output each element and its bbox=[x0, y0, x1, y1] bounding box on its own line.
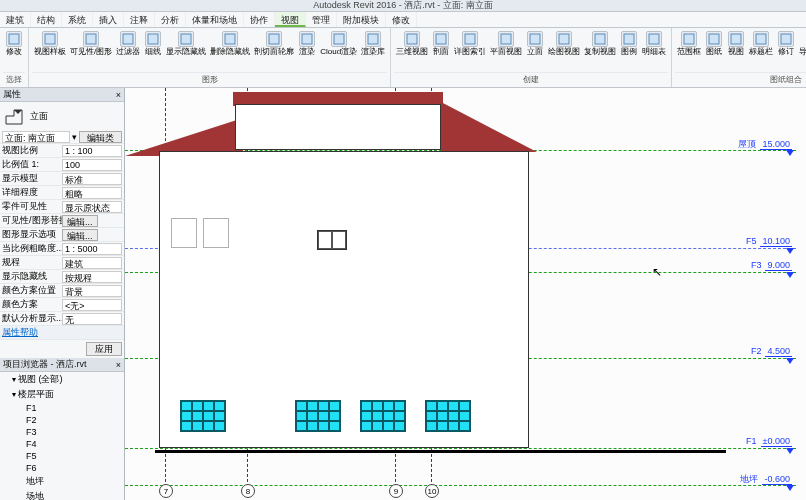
prop-value[interactable]: 按规程 bbox=[62, 271, 122, 283]
tree-item[interactable]: 视图 (全部) bbox=[0, 372, 124, 387]
type-selector-row[interactable]: 立面: 南立面 ▾ 编辑类型 bbox=[0, 130, 124, 144]
ribbon-button[interactable]: 平面视图 bbox=[488, 30, 524, 57]
level-name: F5 bbox=[746, 236, 757, 246]
level-line[interactable] bbox=[125, 448, 796, 449]
tree-item[interactable]: F3 bbox=[0, 426, 124, 438]
drawing-canvas[interactable]: ↖ 屋顶15.000F510.100F39.000F24.500F1±0.000… bbox=[125, 88, 806, 500]
ribbon-button[interactable]: 视图 bbox=[725, 30, 747, 57]
menu-tab[interactable]: 附加模块 bbox=[337, 12, 386, 27]
ribbon-button[interactable]: 复制视图 bbox=[582, 30, 618, 57]
ribbon-button[interactable]: 过滤器 bbox=[114, 30, 142, 57]
grid-bubble[interactable]: 7 bbox=[159, 484, 173, 498]
prop-value[interactable]: 1 : 5000 bbox=[62, 243, 122, 255]
prop-value[interactable]: 建筑 bbox=[62, 257, 122, 269]
prop-row[interactable]: 视图比例1 : 100 bbox=[0, 144, 124, 158]
tree-item[interactable]: 场地 bbox=[0, 489, 124, 500]
svg-rect-10 bbox=[368, 34, 378, 44]
prop-label: 可见性/图形替换 bbox=[2, 214, 62, 227]
ribbon-button[interactable]: 三维视图 bbox=[394, 30, 430, 57]
ribbon-button[interactable]: Cloud渲染 bbox=[318, 30, 359, 57]
ribbon-button[interactable]: 范围框 bbox=[675, 30, 703, 57]
ribbon-button[interactable]: 修改 bbox=[3, 30, 25, 57]
ribbon-button[interactable]: 导向轴网 bbox=[797, 30, 806, 57]
prop-row[interactable]: 默认分析显示...无 bbox=[0, 312, 124, 326]
tree-item[interactable]: 楼层平面 bbox=[0, 387, 124, 402]
level-tag[interactable]: 地坪-0.600 bbox=[740, 473, 792, 486]
level-tag[interactable]: 屋顶15.000 bbox=[738, 138, 792, 151]
level-tag[interactable]: F39.000 bbox=[751, 260, 792, 271]
ribbon-button[interactable]: 立面 bbox=[524, 30, 546, 57]
menu-tab[interactable]: 修改 bbox=[386, 12, 417, 27]
menu-tab[interactable]: 视图 bbox=[275, 12, 306, 27]
tree-item[interactable]: F5 bbox=[0, 450, 124, 462]
grid-bubble[interactable]: 8 bbox=[241, 484, 255, 498]
ribbon-button[interactable]: 细线 bbox=[142, 30, 164, 57]
prop-row[interactable]: 当比例粗略度...1 : 5000 bbox=[0, 242, 124, 256]
tree-item[interactable]: F4 bbox=[0, 438, 124, 450]
prop-value[interactable]: <无> bbox=[62, 299, 122, 311]
close-icon[interactable]: × bbox=[116, 360, 121, 370]
grid-bubble[interactable]: 10 bbox=[425, 484, 439, 498]
ribbon-button[interactable]: 剖切面轮廓 bbox=[252, 30, 296, 57]
ribbon-button[interactable]: 可见性/图形 bbox=[68, 30, 114, 57]
menu-tab[interactable]: 结构 bbox=[31, 12, 62, 27]
ribbon-button[interactable]: 标题栏 bbox=[747, 30, 775, 57]
prop-value[interactable]: 标准 bbox=[62, 173, 122, 185]
ribbon-button[interactable]: 图例 bbox=[618, 30, 640, 57]
svg-rect-13 bbox=[465, 34, 475, 44]
ribbon-button[interactable]: 渲染库 bbox=[359, 30, 387, 57]
menu-tab[interactable]: 插入 bbox=[93, 12, 124, 27]
menu-tab[interactable]: 协作 bbox=[244, 12, 275, 27]
ribbon-button[interactable]: 视图样板 bbox=[32, 30, 68, 57]
prop-value[interactable]: 无 bbox=[62, 313, 122, 325]
ribbon-button[interactable]: 显示隐藏线 bbox=[164, 30, 208, 57]
menu-tab[interactable]: 建筑 bbox=[0, 12, 31, 27]
prop-help-link[interactable]: 属性帮助 bbox=[2, 326, 62, 339]
ribbon-button[interactable]: 图纸 bbox=[703, 30, 725, 57]
tree-item[interactable]: 地坪 bbox=[0, 474, 124, 489]
ribbon-button[interactable]: 修订 bbox=[775, 30, 797, 57]
menu-tab[interactable]: 分析 bbox=[155, 12, 186, 27]
edit-type-button[interactable]: 编辑类型 bbox=[79, 131, 122, 143]
level-tag[interactable]: F510.100 bbox=[746, 236, 792, 247]
prop-row[interactable]: 显示隐藏线按规程 bbox=[0, 270, 124, 284]
prop-row[interactable]: 颜色方案<无> bbox=[0, 298, 124, 312]
prop-row[interactable]: 规程建筑 bbox=[0, 256, 124, 270]
tree-item[interactable]: F1 bbox=[0, 402, 124, 414]
ribbon-button[interactable]: 删除隐藏线 bbox=[208, 30, 252, 57]
prop-edit-button[interactable]: 编辑... bbox=[62, 215, 98, 227]
menu-tab[interactable]: 系统 bbox=[62, 12, 93, 27]
ribbon-button[interactable]: 明细表 bbox=[640, 30, 668, 57]
tool-icon bbox=[753, 31, 769, 47]
close-icon[interactable]: × bbox=[116, 90, 121, 100]
prop-row[interactable]: 可见性/图形替换编辑... bbox=[0, 214, 124, 228]
prop-row[interactable]: 显示模型标准 bbox=[0, 172, 124, 186]
prop-row[interactable]: 颜色方案位置背景 bbox=[0, 284, 124, 298]
ribbon-button[interactable]: 渲染 bbox=[296, 30, 318, 57]
ribbon-button[interactable]: 剖面 bbox=[430, 30, 452, 57]
tree-item[interactable]: F2 bbox=[0, 414, 124, 426]
tree-item[interactable]: F6 bbox=[0, 462, 124, 474]
apply-button[interactable]: 应用 bbox=[86, 342, 122, 356]
prop-value[interactable]: 100 bbox=[62, 159, 122, 171]
prop-value[interactable]: 粗略 bbox=[62, 187, 122, 199]
menu-tab[interactable]: 注释 bbox=[124, 12, 155, 27]
prop-row[interactable]: 比例值 1:100 bbox=[0, 158, 124, 172]
level-elev: 9.000 bbox=[765, 260, 792, 271]
prop-row[interactable]: 图形显示选项编辑... bbox=[0, 228, 124, 242]
prop-value[interactable]: 显示原状态 bbox=[62, 201, 122, 213]
menu-tab[interactable]: 体量和场地 bbox=[186, 12, 244, 27]
level-tag[interactable]: F24.500 bbox=[751, 346, 792, 357]
ribbon-button[interactable]: 详图索引 bbox=[452, 30, 488, 57]
menu-tab[interactable]: 管理 bbox=[306, 12, 337, 27]
elevation-type[interactable]: 立面 bbox=[0, 102, 124, 130]
prop-value[interactable]: 1 : 100 bbox=[62, 145, 122, 157]
level-line[interactable] bbox=[125, 485, 796, 486]
prop-row[interactable]: 详细程度粗略 bbox=[0, 186, 124, 200]
level-tag[interactable]: F1±0.000 bbox=[746, 436, 792, 447]
ribbon-button[interactable]: 绘图视图 bbox=[546, 30, 582, 57]
prop-value[interactable]: 背景 bbox=[62, 285, 122, 297]
prop-edit-button[interactable]: 编辑... bbox=[62, 229, 98, 241]
grid-bubble[interactable]: 9 bbox=[389, 484, 403, 498]
prop-row[interactable]: 零件可见性显示原状态 bbox=[0, 200, 124, 214]
